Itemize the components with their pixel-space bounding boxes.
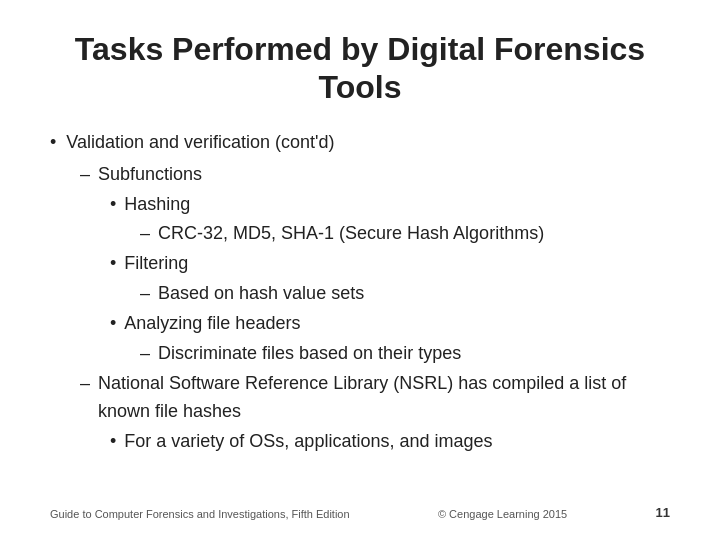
list-item: – Based on hash value sets [50,280,670,308]
level3-text: For a variety of OSs, applications, and … [124,428,492,456]
bullet-icon: • [110,191,116,219]
footer-center-text: © Cengage Learning 2015 [438,508,567,520]
bullet-icon: • [110,310,116,338]
footer-left-text: Guide to Computer Forensics and Investig… [50,508,350,520]
level4-text: CRC-32, MD5, SHA-1 (Secure Hash Algorith… [158,220,544,248]
level3-text: Hashing [124,191,190,219]
bullet-icon: • [110,250,116,278]
bullet-icon: • [110,428,116,456]
list-item: • Hashing [50,191,670,219]
level1-text: Validation and verification (cont'd) [66,129,334,157]
slide-footer: Guide to Computer Forensics and Investig… [50,499,670,520]
dash-icon: – [80,370,90,398]
dash-icon: – [140,220,150,248]
list-item: – CRC-32, MD5, SHA-1 (Secure Hash Algori… [50,220,670,248]
list-item: • Filtering [50,250,670,278]
list-item: • Validation and verification (cont'd) [50,129,670,157]
page-number: 11 [656,505,670,520]
slide-content: • Validation and verification (cont'd) –… [50,129,670,499]
dash-icon: – [80,161,90,189]
level2-text: National Software Reference Library (NSR… [98,370,670,426]
dash-icon: – [140,340,150,368]
level3-text: Filtering [124,250,188,278]
slide: Tasks Performed by Digital Forensics Too… [0,0,720,540]
bullet-icon: • [50,129,56,157]
dash-icon: – [140,280,150,308]
slide-title: Tasks Performed by Digital Forensics Too… [50,30,670,107]
list-item: • For a variety of OSs, applications, an… [50,428,670,456]
list-item: • Analyzing file headers [50,310,670,338]
list-item: – National Software Reference Library (N… [50,370,670,426]
list-item: – Subfunctions [50,161,670,189]
level4-text: Based on hash value sets [158,280,364,308]
list-item: – Discriminate files based on their type… [50,340,670,368]
level2-text: Subfunctions [98,161,202,189]
level3-text: Analyzing file headers [124,310,300,338]
level4-text: Discriminate files based on their types [158,340,461,368]
